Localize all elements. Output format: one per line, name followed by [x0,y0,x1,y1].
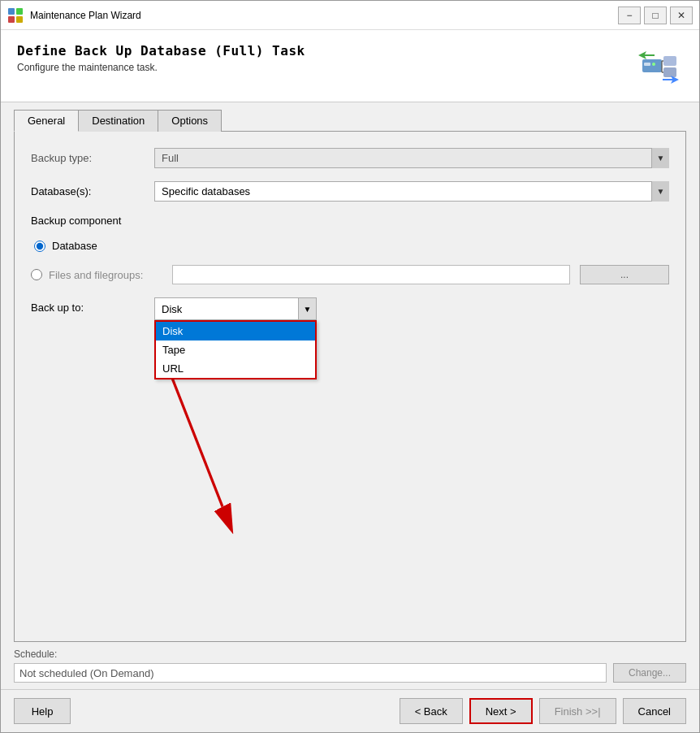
backup-to-dropdown: Disk Tape URL [154,320,317,380]
footer: Help < Back Next > Finish >>| Cancel [1,689,699,732]
content-area: General Destination Options Backup type:… [1,102,699,689]
schedule-label: Schedule: [14,648,686,660]
database-radio-label: Database [52,240,97,252]
window-title: Maintenance Plan Wizard [30,10,618,21]
header-area: Define Back Up Database (Full) Task Conf… [1,30,699,102]
backup-to-container: Disk ▼ Disk Tape URL [154,297,317,320]
files-input[interactable] [172,265,570,284]
help-button[interactable]: Help [14,698,71,724]
backup-component-label: Backup component [31,215,121,227]
main-window: Maintenance Plan Wizard − □ ✕ Define Bac… [0,0,700,733]
minimize-button[interactable]: − [618,7,641,24]
files-row: Files and filegroups: ... [31,265,669,284]
svg-rect-1 [16,8,23,15]
cancel-button[interactable]: Cancel [623,698,686,724]
backup-to-row: Back up to: Disk ▼ Disk Tape URL [31,297,669,320]
tab-options[interactable]: Options [158,110,222,132]
databases-control[interactable]: Specific databases ▼ [154,181,669,202]
files-radio-label: Files and filegroups: [49,269,162,281]
next-button[interactable]: Next > [469,698,533,724]
database-radio[interactable] [34,241,45,252]
tab-content-general: Backup type: Full ▼ Database(s): Specifi… [14,131,686,642]
tab-destination[interactable]: Destination [78,110,158,132]
page-subtitle: Configure the maintenance task. [17,62,305,73]
database-radio-row: Database [34,240,669,252]
finish-button: Finish >>| [539,698,616,724]
browse-button[interactable]: ... [580,265,669,284]
backup-type-control: Full ▼ [154,148,669,168]
maximize-button[interactable]: □ [644,7,667,24]
window-controls: − □ ✕ [618,7,693,24]
page-title: Define Back Up Database (Full) Task [17,43,305,59]
schedule-area: Schedule: Change... [1,642,699,689]
schedule-input [14,663,607,683]
svg-rect-3 [16,16,23,23]
title-bar: Maintenance Plan Wizard − □ ✕ [1,1,699,30]
header-text: Define Back Up Database (Full) Task Conf… [17,43,305,73]
databases-label: Database(s): [31,185,145,197]
backup-type-label: Backup type: [31,152,145,164]
dropdown-item-disk[interactable]: Disk [156,322,315,340]
svg-point-11 [652,63,655,66]
databases-select[interactable]: Specific databases [154,181,669,202]
close-button[interactable]: ✕ [670,7,693,24]
dropdown-item-url[interactable]: URL [156,359,315,378]
backup-type-arrow: ▼ [651,148,669,168]
content-spacer [31,333,669,625]
databases-arrow[interactable]: ▼ [651,181,669,202]
header-icon [634,43,683,92]
backup-to-label: Back up to: [31,297,145,314]
svg-rect-6 [663,56,676,66]
backup-to-select[interactable]: Disk ▼ [154,297,317,320]
svg-marker-12 [638,51,655,59]
tab-general[interactable]: General [14,110,79,132]
schedule-row: Change... [14,663,686,683]
change-button: Change... [613,663,686,683]
svg-rect-5 [663,67,676,77]
backup-type-row: Backup type: Full ▼ [31,148,669,168]
databases-row: Database(s): Specific databases ▼ [31,181,669,202]
backup-component-section: Backup component [31,215,669,227]
back-button[interactable]: < Back [400,698,463,724]
dropdown-item-tape[interactable]: Tape [156,340,315,359]
svg-rect-0 [8,8,15,15]
window-icon [7,7,24,24]
backup-to-arrow[interactable]: ▼ [298,298,316,319]
backup-type-select: Full [154,148,669,168]
tabs: General Destination Options [1,102,699,131]
files-radio[interactable] [31,269,42,280]
svg-rect-2 [8,16,15,23]
svg-rect-10 [644,63,650,66]
